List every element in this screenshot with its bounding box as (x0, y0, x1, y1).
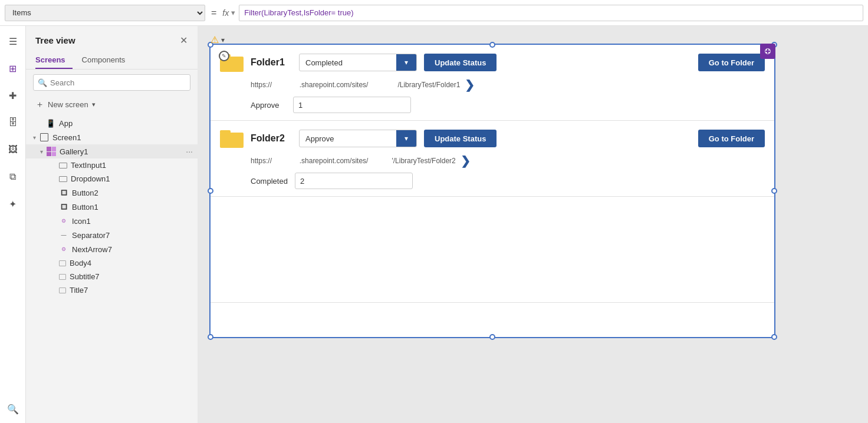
new-screen-button[interactable]: ＋ New screen ▾ (26, 95, 198, 114)
tree-item-textinput1-label: TextInput1 (71, 161, 193, 170)
tree-item-screen1[interactable]: ▾ Screen1 (26, 130, 198, 144)
handle-ml[interactable] (208, 188, 213, 194)
formula-bar[interactable] (239, 5, 863, 21)
folder1-goto-button[interactable]: Go to Folder (698, 54, 765, 71)
toolbar-row: ⚠ ▾ (211, 34, 225, 45)
tree-item-button1[interactable]: 🔲 Button1 (26, 200, 198, 214)
edit-overlay-icon: ✎ (219, 51, 229, 61)
handle-tm[interactable] (489, 42, 495, 48)
gallery1-more-icon[interactable]: ··· (186, 147, 193, 156)
data-icon[interactable]: 🗄 (4, 113, 22, 132)
folder2-name: Folder2 (251, 133, 292, 144)
tree-item-body4-label: Body4 (70, 259, 193, 267)
components-icon[interactable]: ⧉ (4, 167, 22, 186)
folder1-dropdown-arrow[interactable]: ▾ (396, 54, 416, 71)
chevron-down-gallery1[interactable]: ▾ (40, 148, 43, 155)
folder1-status-dropdown[interactable]: Completed ▾ (299, 54, 417, 71)
folder-row-1: ✎ Folder1 Completed ▾ Update Status Go t… (211, 45, 774, 121)
folder-row-1-top: ✎ Folder1 Completed ▾ Update Status Go t… (220, 52, 765, 73)
folder1-text-input[interactable] (293, 97, 411, 113)
tree-item-nextarrow7-label: NextArrow7 (72, 245, 193, 254)
icon-rail: ☰ ⊞ ✚ 🗄 🖼 ⧉ ✦ 🔍 (0, 26, 26, 423)
canvas-icon-button[interactable] (760, 44, 775, 59)
chevron-down-icon: ▾ (405, 58, 408, 67)
tree-item-icon1[interactable]: ⚙ Icon1 (26, 214, 198, 228)
folder-row-2: Folder2 Approve ▾ Update Status Go to Fo… (211, 121, 774, 197)
tree-item-icon1-label: Icon1 (72, 217, 193, 226)
close-icon[interactable]: ✕ (176, 33, 190, 47)
tree-item-separator7[interactable]: — Separator7 (26, 228, 198, 242)
folder1-url-row: https:// .sharepoint.com/sites/ /Library… (251, 78, 765, 92)
handle-bl[interactable] (208, 334, 213, 340)
new-screen-label: New screen (48, 100, 88, 109)
folder2-status-dropdown[interactable]: Approve ▾ (299, 130, 417, 147)
tree-item-app-label: App (59, 119, 193, 128)
tree-item-subtitle7[interactable]: Subtitle7 (26, 270, 198, 283)
folder2-dropdown-arrow[interactable]: ▾ (396, 130, 416, 147)
fx-icon: fx (222, 8, 229, 18)
folder2-update-button[interactable]: Update Status (424, 130, 497, 147)
tab-components[interactable]: Components (82, 52, 133, 69)
folder2-url-row: https:// .sharepoint.com/sites/ '/Librar… (251, 154, 765, 168)
fx-indicator: fx ▾ (222, 8, 235, 18)
folder1-next-arrow[interactable]: ❯ (465, 78, 475, 92)
tree-item-gallery1[interactable]: ▾ Gallery1 ··· (26, 144, 198, 158)
folder1-update-button[interactable]: Update Status (424, 54, 497, 71)
media-icon[interactable]: 🖼 (4, 140, 22, 159)
search-nav-icon[interactable]: 🔍 (4, 399, 22, 418)
handle-bm[interactable] (489, 334, 495, 340)
tree-tabs: Screens Components (26, 52, 198, 70)
folder2-url: https:// .sharepoint.com/sites/ '/Librar… (251, 157, 456, 165)
folder2-label: Completed (251, 177, 288, 186)
folder2-goto-button[interactable]: Go to Folder (698, 130, 765, 147)
tree-search-area: 🔍 (26, 70, 198, 95)
tree-item-gallery1-label: Gallery1 (60, 147, 182, 156)
main-layout: ☰ ⊞ ✚ 🗄 🖼 ⧉ ✦ 🔍 Tree view ✕ Screens Comp… (0, 26, 868, 423)
items-select[interactable]: Items (5, 5, 205, 21)
tree-header: Tree view ✕ (26, 26, 198, 52)
folder2-text-input[interactable] (295, 173, 413, 189)
icon1-icon: ⚙ (59, 216, 68, 226)
tree-item-nextarrow7[interactable]: ⚙ NextArrow7 (26, 242, 198, 256)
tree-items-list: 📱 App ▾ Screen1 ▾ Galle (26, 114, 198, 423)
tree-item-body4[interactable]: Body4 (26, 256, 198, 270)
search-input[interactable] (33, 74, 190, 91)
folder2-icon-area (220, 128, 244, 149)
left-area: ☰ ⊞ ✚ 🗄 🖼 ⧉ ✦ 🔍 Tree view ✕ Screens Comp… (0, 26, 198, 423)
tree-item-textinput1[interactable]: TextInput1 (26, 158, 198, 172)
folder2-next-arrow[interactable]: ❯ (461, 154, 471, 168)
button2-icon: 🔲 (59, 188, 68, 197)
chevron-down-screen1[interactable]: ▾ (33, 134, 36, 141)
body4-icon (59, 260, 66, 266)
title7-icon (59, 287, 66, 293)
chevron-down-icon: ▾ (92, 101, 96, 108)
insert-icon[interactable]: ✚ (4, 86, 22, 105)
tree-item-dropdown1-label: Dropdown1 (71, 174, 193, 183)
gallery-container: ⚠ ▾ (209, 44, 775, 338)
hamburger-icon[interactable]: ☰ (4, 32, 22, 51)
tab-screens[interactable]: Screens (35, 52, 73, 69)
top-bar: Items = fx ▾ (0, 0, 868, 26)
tree-item-button2[interactable]: 🔲 Button2 (26, 186, 198, 200)
theme-icon[interactable]: ✦ (4, 194, 22, 213)
warning-icon: ⚠ (211, 34, 219, 45)
folder2-status-value: Approve (300, 134, 396, 143)
folder-row-3-empty (211, 197, 774, 303)
handle-br[interactable] (771, 334, 777, 340)
tree-item-app[interactable]: 📱 App (26, 116, 198, 130)
plus-icon: ＋ (35, 99, 44, 110)
tree-item-separator7-label: Separator7 (72, 231, 193, 240)
tree-item-title7[interactable]: Title7 (26, 283, 198, 297)
screen-icon (40, 133, 49, 142)
folder2-bottom-row: Completed (251, 173, 765, 189)
canvas-area: ⚠ ▾ (198, 26, 868, 423)
layers-icon[interactable]: ⊞ (4, 59, 22, 78)
equals-sign: = (209, 8, 219, 18)
handle-mr[interactable] (771, 188, 777, 194)
nextarrow7-icon: ⚙ (59, 244, 68, 254)
tree-item-dropdown1[interactable]: Dropdown1 (26, 172, 198, 186)
fx-chevron[interactable]: ▾ (231, 8, 235, 17)
svg-rect-6 (220, 130, 231, 134)
expand-chevron-icon[interactable]: ▾ (221, 36, 225, 44)
tree-title: Tree view (35, 35, 75, 45)
